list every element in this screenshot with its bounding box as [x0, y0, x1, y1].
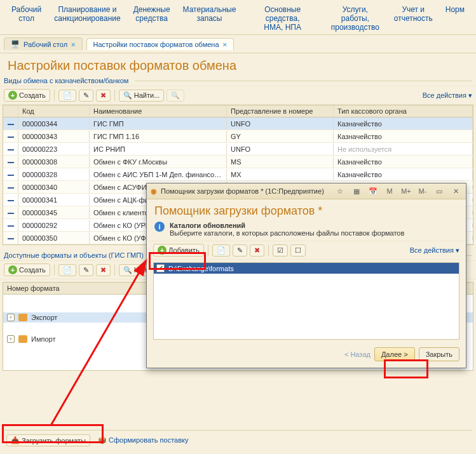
- add-button[interactable]: +Добавить: [153, 244, 204, 257]
- tree-label: Импорт: [31, 335, 55, 343]
- minimize-icon[interactable]: ▭: [433, 185, 445, 197]
- info-title: Каталоги обновлений: [170, 222, 404, 229]
- nav-assets[interactable]: Основные средства,НМА, НПА: [242, 3, 323, 34]
- nav-reports[interactable]: Учет иотчетность: [388, 3, 439, 34]
- minus-icon: [8, 175, 14, 176]
- close-icon[interactable]: ×: [223, 41, 227, 48]
- edit-button[interactable]: ✎: [79, 264, 93, 276]
- col-name[interactable]: Наименование: [90, 105, 227, 117]
- plus-icon: +: [158, 246, 167, 255]
- calendar-icon[interactable]: 📅: [367, 185, 379, 197]
- close-icon[interactable]: ×: [71, 41, 75, 48]
- dialog-title: Помощник загрузки форматов * (1С:Предпри…: [161, 187, 324, 195]
- table-row[interactable]: 000000308Обмен с ФКУ г.МосквыMSКазначейс…: [3, 156, 473, 168]
- col-type[interactable]: Тип кассового органа: [334, 105, 473, 117]
- minus-icon: [8, 124, 14, 125]
- toolbar-main: +Создать 📄 ✎ ✖ 🔍Найти... 🔍 Все действия …: [0, 86, 476, 105]
- edit-button[interactable]: ✎: [79, 90, 93, 102]
- delete-button[interactable]: ✖: [250, 244, 264, 257]
- info-text: Выберите каталоги, в которых расположены…: [170, 229, 404, 237]
- table-row[interactable]: 000000343ГИС ГМП 1.16GYКазначейство: [3, 130, 473, 143]
- mminus-button[interactable]: M-: [416, 185, 429, 197]
- col-repr[interactable]: Представление в номере: [227, 105, 334, 117]
- list-item[interactable]: ✔ D:\Exchange\formats: [154, 263, 459, 274]
- plus-icon: +: [8, 91, 17, 100]
- plus-icon: +: [8, 265, 17, 274]
- copy-button[interactable]: 📄: [58, 264, 76, 276]
- edit-button[interactable]: ✎: [233, 244, 247, 257]
- nav-norm[interactable]: Норм: [439, 3, 471, 34]
- tab-label: Рабочий стол: [24, 41, 67, 48]
- section-exchange-types: Виды обмена с казначейством/банком: [4, 77, 472, 84]
- load-formats-button[interactable]: 📥 Загрузить форматы: [6, 434, 90, 446]
- main-nav: Рабочийстол Планирование исанкционирован…: [0, 0, 476, 35]
- make-package-link[interactable]: 📦 Сформировать поставку: [98, 436, 189, 444]
- create-button[interactable]: +Создать: [4, 89, 50, 102]
- grid-header: Код Наименование Представление в номере …: [3, 105, 473, 117]
- create-button[interactable]: +Создать: [4, 264, 50, 276]
- delete-button[interactable]: ✖: [96, 90, 111, 102]
- folder-icon: [18, 335, 27, 343]
- dialog-info: i Каталоги обновлений Выберите каталоги,…: [147, 220, 466, 241]
- nav-planning[interactable]: Планирование исанкционирование: [48, 3, 126, 34]
- tab-label: Настройки поставок форматов обмена: [93, 41, 219, 48]
- col-code[interactable]: Код: [18, 105, 90, 117]
- tab-desktop[interactable]: 🖥️ Рабочий стол ×: [4, 37, 83, 50]
- desktop-icon: 🖥️: [11, 40, 20, 48]
- next-button[interactable]: Далее >: [374, 347, 415, 361]
- favorite-icon[interactable]: ☆: [334, 185, 346, 197]
- all-actions-link[interactable]: Все действия ▾: [423, 91, 472, 100]
- uncheck-all-button[interactable]: ☐: [290, 244, 306, 257]
- all-actions-link[interactable]: Все действия ▾: [410, 246, 459, 255]
- tree-label: Экспорт: [31, 314, 57, 321]
- dialog-titlebar[interactable]: ◉ Помощник загрузки форматов * (1С:Предп…: [147, 184, 466, 199]
- minus-icon: [8, 137, 14, 138]
- check-all-button[interactable]: ☑: [273, 244, 288, 257]
- bottom-toolbar: 📥 Загрузить форматы 📦 Сформировать поста…: [4, 430, 472, 450]
- nav-desktop[interactable]: Рабочийстол: [5, 3, 48, 34]
- close-button[interactable]: Закрыть: [419, 347, 459, 361]
- table-row[interactable]: 000000344ГИС ГМПUNFOКазначейство: [3, 117, 473, 130]
- m-button[interactable]: M: [383, 185, 396, 197]
- minus-icon: [8, 200, 14, 201]
- delete-button[interactable]: ✖: [96, 264, 111, 276]
- mplus-button[interactable]: M+: [400, 185, 412, 197]
- expand-icon[interactable]: +: [7, 314, 15, 321]
- tab-formats[interactable]: Настройки поставок форматов обмена ×: [86, 38, 234, 50]
- dialog-toolbar: +Добавить 📄 ✎ ✖ ☑ ☐ Все действия ▾: [149, 241, 463, 260]
- page-title: Настройки поставок форматов обмена: [8, 58, 468, 73]
- folder-icon: [18, 314, 27, 321]
- table-row[interactable]: 000000328Обмен с АИС УБП 1-М Деп. финанс…: [3, 168, 473, 181]
- wizard-dialog: ◉ Помощник загрузки форматов * (1С:Предп…: [146, 183, 466, 368]
- checkbox-icon[interactable]: ✔: [156, 264, 165, 272]
- table-row[interactable]: 000000223ИС РНИПUNFOНе используется: [3, 143, 473, 156]
- copy-button[interactable]: 📄: [58, 90, 76, 102]
- minus-icon: [8, 162, 14, 163]
- path-value: D:\Exchange\formats: [168, 265, 234, 272]
- nav-money[interactable]: Денежныесредства: [127, 3, 177, 34]
- info-icon: i: [154, 222, 165, 232]
- minus-icon: [8, 149, 14, 150]
- path-list[interactable]: ✔ D:\Exchange\formats: [153, 262, 459, 340]
- close-icon[interactable]: ✕: [449, 185, 462, 197]
- nav-materials[interactable]: Материальныезапасы: [177, 3, 243, 34]
- dialog-heading: Помощник загрузки форматов *: [154, 204, 458, 218]
- minus-icon: [8, 187, 14, 189]
- minus-icon: [8, 213, 14, 214]
- copy-button[interactable]: 📄: [212, 244, 230, 257]
- nav-services[interactable]: Услуги, работы,производство: [323, 3, 388, 34]
- minus-icon: [8, 238, 14, 239]
- clear-find-button[interactable]: 🔍: [167, 90, 184, 102]
- back-button: < Назад: [344, 351, 371, 358]
- expand-icon[interactable]: +: [7, 335, 15, 343]
- minus-icon: [8, 225, 14, 227]
- tab-bar: 🖥️ Рабочий стол × Настройки поставок фор…: [0, 35, 476, 53]
- calc-icon[interactable]: ▦: [350, 185, 363, 197]
- dialog-footer: < Назад Далее > Закрыть: [147, 342, 466, 368]
- app-icon: ◉: [151, 187, 157, 196]
- find-button[interactable]: 🔍Найти...: [119, 90, 165, 102]
